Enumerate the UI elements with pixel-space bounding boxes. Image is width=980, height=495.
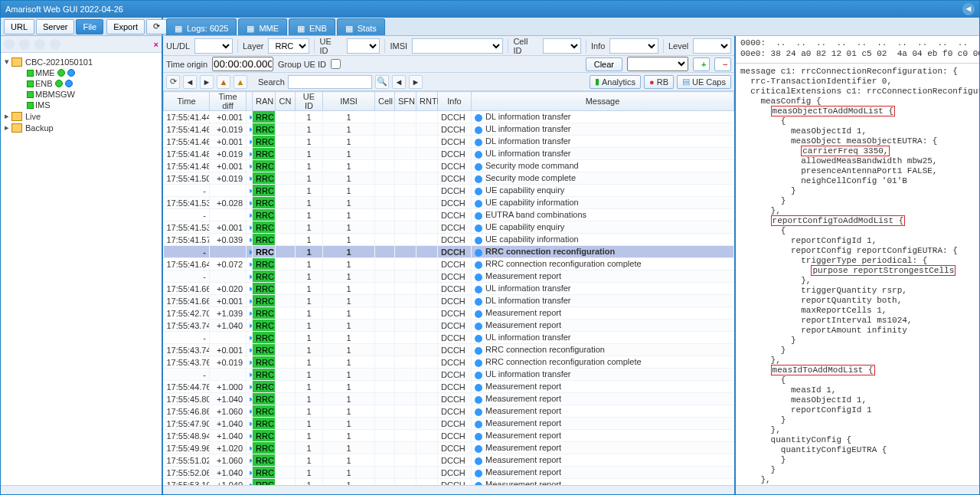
expand-icon[interactable]: ▸ <box>2 123 11 133</box>
log-row[interactable]: 17:55:41.466+0.019▸RRC11DCCHUL informati… <box>164 123 734 136</box>
hscroll[interactable] <box>1 485 162 494</box>
cellid-select[interactable] <box>543 38 581 54</box>
analytics-button[interactable]: ▮Analytics <box>590 75 641 89</box>
log-row[interactable]: 17:55:49.965+1.020▸RRC11DCCHMeasurement … <box>164 442 734 454</box>
log-row[interactable]: 17:55:47.905+1.040▸RRC11DCCHMeasurement … <box>164 418 734 430</box>
preset-select[interactable] <box>627 57 688 71</box>
uldl-select[interactable] <box>194 38 233 54</box>
url-button[interactable]: URL <box>4 19 34 34</box>
col-header[interactable]: UE ID <box>296 92 323 111</box>
tab-mme[interactable]: ▦MME <box>238 18 287 35</box>
col-header[interactable] <box>247 92 253 111</box>
col-header[interactable]: CN <box>276 92 296 111</box>
log-row[interactable]: -▸RRC11DCCHUE capability enquiry <box>164 185 734 197</box>
search-prev-icon[interactable]: ◄ <box>392 75 406 89</box>
log-row[interactable]: 17:55:41.534+0.001▸RRC11DCCHUE capabilit… <box>164 221 734 234</box>
log-row[interactable]: 17:55:43.746+0.001▸RRC11DCCHRRC connecti… <box>164 344 734 356</box>
log-row[interactable]: -▸RRC11DCCHRRC connection reconfiguratio… <box>164 246 734 258</box>
group-ueid-check[interactable] <box>331 59 341 69</box>
time-origin-input[interactable] <box>212 57 273 71</box>
level-select[interactable] <box>693 38 731 54</box>
export-button[interactable]: Export <box>106 19 145 34</box>
log-row[interactable]: -▸RRC11DCCHEUTRA band combinations <box>164 209 734 221</box>
info-icon <box>475 421 482 428</box>
ueid-select[interactable] <box>347 38 381 54</box>
tool-icon[interactable] <box>50 39 60 50</box>
expand-icon[interactable]: ▸ <box>2 111 11 121</box>
log-row[interactable]: -▸RRC11DCCHUL information transfer <box>164 369 734 381</box>
log-row[interactable]: -▸RRC11DCCHUL information transfer <box>164 332 734 344</box>
clear-button[interactable]: Clear <box>586 57 622 71</box>
col-header[interactable]: SFN <box>395 92 416 111</box>
search-input[interactable] <box>288 75 372 89</box>
expand-icon[interactable]: ▾ <box>2 57 11 67</box>
nav-back-icon[interactable]: ◄ <box>183 75 197 89</box>
collapse-sidebar-icon[interactable]: ◄ <box>962 3 975 15</box>
search-next-icon[interactable]: ► <box>409 75 423 89</box>
tree-item[interactable]: IMS <box>2 100 160 110</box>
log-row[interactable]: 17:55:41.666+0.001▸RRC11DCCHDL informati… <box>164 295 734 307</box>
add-button[interactable]: + <box>693 57 710 71</box>
log-row[interactable]: 17:55:52.065+1.040▸RRC11DCCHMeasurement … <box>164 467 734 479</box>
imsi-select[interactable] <box>412 38 503 54</box>
log-row[interactable]: 17:55:41.645+0.072▸RRC11DCCHRRC connecti… <box>164 258 734 270</box>
tree-item[interactable]: ▾CBC-2021050101 <box>2 56 160 67</box>
log-row[interactable]: 17:55:41.466+0.001▸RRC11DCCHDL informati… <box>164 136 734 148</box>
tree-item[interactable]: MME <box>2 67 160 78</box>
tree-item[interactable]: ENB <box>2 78 160 89</box>
tab-logs[interactable]: ▦Logs: 6025 <box>166 18 237 35</box>
tab-stats[interactable]: ▦Stats <box>337 18 385 35</box>
log-row[interactable]: 17:55:43.765+0.019▸RRC11DCCHRRC connecti… <box>164 356 734 369</box>
log-row[interactable]: -▸RRC11DCCHMeasurement report <box>164 270 734 283</box>
log-row[interactable]: 17:55:41.573+0.039▸RRC11DCCHUE capabilit… <box>164 234 734 246</box>
hscroll[interactable] <box>163 485 734 494</box>
col-header[interactable]: RAN <box>253 92 276 111</box>
log-table-wrap[interactable]: TimeTime diffRANCNUE IDIMSICellSFNRNTIIn… <box>163 91 734 485</box>
col-header[interactable]: Cell <box>375 92 395 111</box>
reload-icon[interactable]: ⟳ <box>166 75 180 89</box>
info-select[interactable] <box>609 38 658 54</box>
tree-item[interactable]: MBMSGW <box>2 89 160 100</box>
tool-icon[interactable] <box>4 39 15 50</box>
server-button[interactable]: Server <box>36 19 74 34</box>
log-row[interactable]: 17:55:41.505+0.019▸RRC11DCCHSecurity mod… <box>164 172 734 185</box>
col-header[interactable]: IMSI <box>323 92 375 111</box>
log-row[interactable]: 17:55:51.025+1.060▸RRC11DCCHMeasurement … <box>164 454 734 467</box>
log-row[interactable]: 17:55:42.705+1.039▸RRC11DCCHMeasurement … <box>164 307 734 320</box>
file-button[interactable]: File <box>76 19 103 34</box>
log-row[interactable]: 17:55:41.533+0.028▸RRC11DCCHUE capabilit… <box>164 197 734 209</box>
log-row[interactable]: 17:55:41.486+0.001▸RRC11DCCHSecurity mod… <box>164 160 734 172</box>
uecaps-button[interactable]: ▤UE Caps <box>677 75 731 89</box>
log-row[interactable]: 17:55:41.665+0.020▸RRC11DCCHUL informati… <box>164 283 734 295</box>
nav-fwd-icon[interactable]: ► <box>200 75 214 89</box>
alert-icon[interactable]: ▲ <box>234 75 247 89</box>
col-header[interactable]: RNTI <box>416 92 438 111</box>
col-header[interactable]: Time diff <box>210 92 247 111</box>
log-row[interactable]: 17:55:46.865+1.060▸RRC11DCCHMeasurement … <box>164 405 734 418</box>
layer-select[interactable]: RRC <box>268 38 309 54</box>
message-tree[interactable]: message c1: rrcConnectionReconfiguration… <box>736 64 979 485</box>
rb-button[interactable]: ●RB <box>644 75 674 89</box>
warn-icon[interactable]: ▲ <box>217 75 230 89</box>
binoculars-icon[interactable]: 🔍 <box>375 75 389 89</box>
log-row[interactable]: 17:55:53.105+1.040▸RRC11DCCHMeasurement … <box>164 479 734 486</box>
log-row[interactable]: 17:55:44.765+1.000▸RRC11DCCHMeasurement … <box>164 381 734 393</box>
hscroll[interactable] <box>736 485 979 494</box>
log-row[interactable]: 17:55:48.945+1.040▸RRC11DCCHMeasurement … <box>164 430 734 442</box>
col-header[interactable]: Message <box>472 92 734 111</box>
tree-item[interactable]: ▸Live <box>2 110 160 122</box>
close-icon[interactable]: × <box>154 40 158 49</box>
tree-item[interactable]: ▸Backup <box>2 122 160 133</box>
tab-enb[interactable]: ▦ENB <box>289 18 335 35</box>
log-row[interactable]: 17:55:43.745+1.040▸RRC11DCCHMeasurement … <box>164 320 734 332</box>
remove-button[interactable]: − <box>714 57 731 71</box>
tool-icon[interactable] <box>34 39 45 50</box>
log-row[interactable]: 17:55:45.805+1.040▸RRC11DCCHMeasurement … <box>164 393 734 405</box>
tree-label: CBC-2021050101 <box>25 57 93 67</box>
log-row[interactable]: 17:55:41.446+0.001▸RRC11DCCHDL informati… <box>164 111 734 123</box>
tool-icon[interactable] <box>19 39 30 50</box>
col-header[interactable]: Time <box>164 92 210 111</box>
col-header[interactable]: Info <box>438 92 472 111</box>
log-panel: UL/DL Layer RRC UE ID IMSI Cell ID Info … <box>163 36 736 494</box>
log-row[interactable]: 17:55:41.485+0.019▸RRC11DCCHUL informati… <box>164 148 734 160</box>
